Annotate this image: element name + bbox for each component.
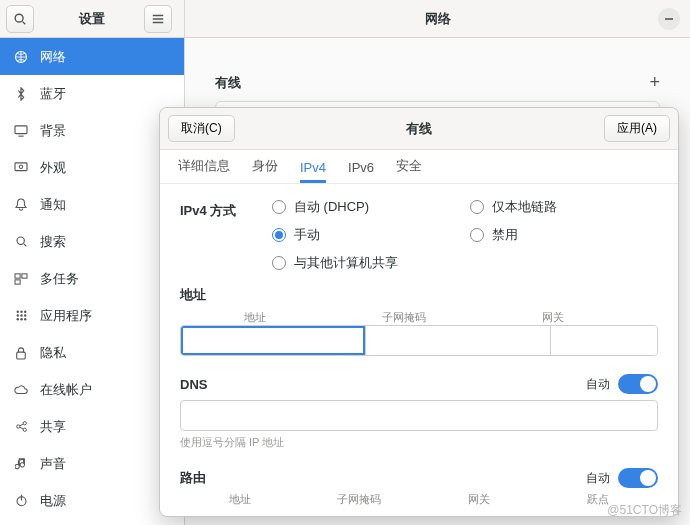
netmask-input[interactable] [366, 326, 551, 355]
tab-ipv4[interactable]: IPv4 [300, 160, 326, 183]
headerbar: 设置 网络 [0, 0, 690, 38]
ipv4-method-options: 自动 (DHCP) 仅本地链路 手动 禁用 与其他计算机共享 [272, 198, 658, 272]
svg-rect-10 [15, 273, 20, 277]
sidebar-item-sharing[interactable]: 共享 [0, 408, 184, 445]
ipv4-option-disabled[interactable]: 禁用 [470, 226, 658, 244]
dns-auto-toggle[interactable] [618, 374, 658, 394]
addresses-columns: 地址 子网掩码 网关 [180, 310, 658, 325]
svg-point-21 [24, 318, 26, 320]
option-label: 手动 [294, 226, 320, 244]
bluetooth-icon [14, 87, 28, 101]
dns-auto-group: 自动 [586, 374, 658, 394]
sidebar-item-label: 隐私 [40, 344, 66, 362]
route-col-netmask: 子网掩码 [300, 492, 420, 507]
routes-columns: 地址 子网掩码 网关 跃点 [180, 492, 658, 507]
display-icon [14, 125, 28, 137]
tab-ipv6[interactable]: IPv6 [348, 160, 374, 183]
hamburger-icon [151, 12, 165, 26]
tab-security[interactable]: 安全 [396, 157, 422, 183]
svg-point-7 [19, 165, 22, 168]
routes-auto-toggle[interactable] [618, 468, 658, 488]
routes-title: 路由 [180, 469, 206, 487]
tab-details[interactable]: 详细信息 [178, 157, 230, 183]
sidebar-item-background[interactable]: 背景 [0, 112, 184, 149]
minimize-button[interactable] [658, 8, 680, 30]
svg-point-19 [16, 318, 18, 320]
dialog-body: IPv4 方式 自动 (DHCP) 仅本地链路 手动 禁用 与其他计算机共享 地… [160, 184, 678, 516]
option-label: 自动 (DHCP) [294, 198, 369, 216]
sidebar-item-power[interactable]: 电源 [0, 482, 184, 519]
wired-section-header: 有线 + [215, 72, 660, 93]
search-icon [13, 12, 27, 26]
svg-rect-4 [15, 125, 27, 133]
hamburger-button[interactable] [144, 5, 172, 33]
address-input[interactable] [181, 326, 366, 355]
svg-point-8 [17, 237, 24, 244]
svg-rect-6 [15, 162, 27, 170]
svg-point-15 [24, 311, 26, 313]
gateway-input[interactable] [551, 326, 658, 355]
ipv4-option-shared[interactable]: 与其他计算机共享 [272, 254, 658, 272]
headerbar-left: 设置 [0, 0, 185, 37]
apply-button[interactable]: 应用(A) [604, 115, 670, 142]
multitask-icon [14, 273, 28, 285]
radio-icon [272, 228, 286, 242]
sidebar-item-network[interactable]: 网络 [0, 38, 184, 75]
sidebar-item-label: 搜索 [40, 233, 66, 251]
sidebar-item-label: 通知 [40, 196, 66, 214]
ipv4-option-linklocal[interactable]: 仅本地链路 [470, 198, 658, 216]
svg-point-0 [15, 14, 23, 22]
connection-dialog: 取消(C) 有线 应用(A) 详细信息 身份 IPv4 IPv6 安全 IPv4… [159, 107, 679, 517]
cloud-icon [14, 384, 28, 395]
tab-identity[interactable]: 身份 [252, 157, 278, 183]
appearance-icon [14, 162, 28, 174]
svg-point-23 [16, 425, 19, 428]
radio-icon [272, 256, 286, 270]
sidebar-item-search[interactable]: 搜索 [0, 223, 184, 260]
headerbar-right: 网络 [185, 0, 690, 37]
apps-icon [14, 309, 28, 322]
sidebar-item-label: 声音 [40, 455, 66, 473]
sidebar-item-appearance[interactable]: 外观 [0, 149, 184, 186]
share-icon [14, 420, 28, 433]
option-label: 禁用 [492, 226, 518, 244]
ipv4-option-manual[interactable]: 手动 [272, 226, 460, 244]
sidebar-item-bluetooth[interactable]: 蓝牙 [0, 75, 184, 112]
col-netmask: 子网掩码 [329, 310, 478, 325]
sidebar-item-notifications[interactable]: 通知 [0, 186, 184, 223]
svg-rect-22 [17, 352, 26, 359]
radio-icon [272, 200, 286, 214]
sidebar-item-label: 共享 [40, 418, 66, 436]
dialog-header: 取消(C) 有线 应用(A) [160, 108, 678, 150]
bell-icon [14, 198, 28, 212]
svg-line-1 [23, 21, 26, 24]
radio-icon [470, 228, 484, 242]
svg-rect-11 [22, 273, 27, 277]
ipv4-option-dhcp[interactable]: 自动 (DHCP) [272, 198, 460, 216]
radio-icon [470, 200, 484, 214]
option-label: 与其他计算机共享 [294, 254, 398, 272]
sidebar-item-multitask[interactable]: 多任务 [0, 260, 184, 297]
add-wired-button[interactable]: + [649, 72, 660, 93]
sidebar-item-sound[interactable]: 声音 [0, 445, 184, 482]
dialog-tabs: 详细信息 身份 IPv4 IPv6 安全 [160, 150, 678, 184]
svg-point-20 [20, 318, 22, 320]
sidebar-item-label: 外观 [40, 159, 66, 177]
cancel-button[interactable]: 取消(C) [168, 115, 235, 142]
routes-auto-group: 自动 [586, 468, 658, 488]
sidebar-item-privacy[interactable]: 隐私 [0, 334, 184, 371]
dns-title: DNS [180, 377, 207, 392]
sidebar-item-online-accounts[interactable]: 在线帐户 [0, 371, 184, 408]
power-icon [14, 494, 28, 507]
sidebar-item-label: 网络 [40, 48, 66, 66]
search-button[interactable] [6, 5, 34, 33]
routes-auto-label: 自动 [586, 470, 610, 487]
sidebar-item-applications[interactable]: 应用程序 [0, 297, 184, 334]
svg-point-17 [20, 314, 22, 316]
sidebar-item-label: 应用程序 [40, 307, 92, 325]
lock-icon [14, 346, 28, 360]
globe-icon [14, 50, 28, 64]
dns-input[interactable] [180, 400, 658, 431]
sidebar-item-label: 在线帐户 [40, 381, 92, 399]
svg-point-16 [16, 314, 18, 316]
